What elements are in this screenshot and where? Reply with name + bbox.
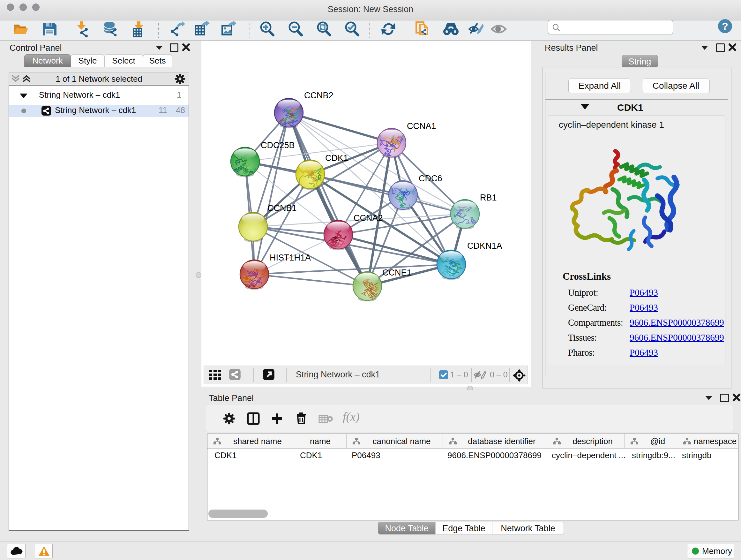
svg-text:CCNA2: CCNA2 [354, 213, 383, 223]
svg-text:CDK1: CDK1 [325, 153, 348, 163]
svg-text:CDC25B: CDC25B [261, 140, 295, 150]
svg-text:HIST1H1A: HIST1H1A [270, 253, 311, 262]
svg-text:CCNB2: CCNB2 [304, 91, 333, 100]
svg-text:RB1: RB1 [480, 193, 497, 202]
svg-text:CDKN1A: CDKN1A [467, 241, 502, 251]
svg-text:CDC6: CDC6 [419, 174, 442, 183]
svg-text:CCNB1: CCNB1 [267, 203, 297, 213]
svg-text:CCNA1: CCNA1 [407, 121, 436, 131]
svg-text:CCNE1: CCNE1 [382, 268, 412, 277]
